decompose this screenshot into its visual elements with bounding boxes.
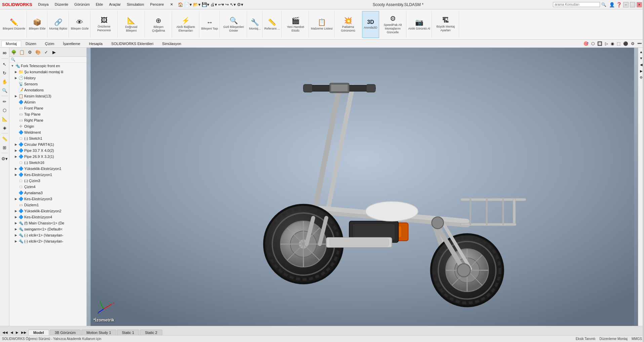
toggle-kes-ekstruzyon1[interactable]: ▶ xyxy=(13,173,18,176)
redo-icon[interactable]: ↪ xyxy=(225,2,229,7)
tree-item-aynalama3[interactable]: ▶ 🔷 Aynalama3 xyxy=(9,190,86,196)
sketch-tool-button[interactable]: ✏ xyxy=(1,97,9,105)
tree-item-front-plane[interactable]: ▶ ▭ Front Plane xyxy=(9,105,86,111)
toggle-pipe2[interactable]: ▶ xyxy=(13,155,18,158)
toggle-yukseklik2[interactable]: ▶ xyxy=(13,209,18,213)
toggle-main-chassis[interactable]: ▶ xyxy=(13,221,18,225)
tree-item-swingarm[interactable]: ▶ 🔩 swingarm<1> (Default< xyxy=(9,226,86,232)
toggle-pipe1[interactable]: ▶ xyxy=(13,149,18,152)
aninda3d-button[interactable]: 3D Anında3D xyxy=(362,11,379,38)
tree-item-elcik1[interactable]: ▶ 🔩 (-) elcik<1> (Varsayılan- xyxy=(9,232,86,238)
pan-tool-button[interactable]: ✋ xyxy=(1,78,9,86)
tab-solidworks-eklentileri[interactable]: SOLIDWORKS Eklentileri xyxy=(107,41,158,47)
feature-manager-button[interactable]: 🌳 xyxy=(10,48,17,56)
menu-pencere[interactable]: Pencere xyxy=(148,2,167,7)
tab-nav-last[interactable]: ▶▶ xyxy=(20,330,28,335)
tab-isaretleme[interactable]: İşaretleme xyxy=(58,41,84,47)
view-tool-2[interactable]: ⬡ xyxy=(590,41,596,46)
tree-item-alumin[interactable]: ▶ 🔷 Alümin xyxy=(9,99,86,105)
select-tool-button[interactable]: ↖ xyxy=(1,60,9,68)
view-tool-3[interactable]: 🔲 xyxy=(596,41,603,46)
measure-button[interactable]: 📏 xyxy=(1,135,9,143)
tree-item-main-chassis[interactable]: ▶ 🔩 (f) Main Chassis<1> (De xyxy=(9,220,86,226)
bottom-tab-model[interactable]: Model xyxy=(28,330,49,335)
tree-item-yukseklik2[interactable]: ▶ 🔷 Yükseklik-Ekstrüzyon2 xyxy=(9,208,86,214)
toggle-kes-ekstruzyon3[interactable]: ▶ xyxy=(13,197,18,201)
settings-button[interactable]: ⚙▾ xyxy=(1,155,9,163)
view-tool-4[interactable]: ▷ xyxy=(604,41,609,46)
pointer-icon[interactable]: ↖▾ xyxy=(230,2,236,7)
view-tool-6[interactable]: ⬚ xyxy=(616,41,621,46)
display-manager-button[interactable]: 🎨 xyxy=(34,48,42,56)
3d-viewport[interactable]: *İzometrik X Y Z xyxy=(87,48,638,326)
toggle-swingarm[interactable]: ▶ xyxy=(13,227,18,231)
toggle-history[interactable]: ▶ xyxy=(13,76,18,80)
bileseni-gizle-button[interactable]: 👁 Bileşen Gizle xyxy=(70,11,90,38)
bottom-tab-motion-study-1[interactable]: Motion Study 1 xyxy=(81,330,116,335)
tree-item-kes-ekstruzyon3[interactable]: ▶ 🔷 Kes-Ekstrüzyon3 xyxy=(9,196,86,202)
menu-close-x[interactable]: ✕ xyxy=(167,2,176,7)
bottom-tab-static-1[interactable]: Static 1 xyxy=(117,330,139,335)
tab-nav-prev[interactable]: ◀ xyxy=(9,330,14,335)
tree-item-root[interactable]: ▼ 🔩 Fork Telescopic front en xyxy=(9,63,86,69)
bileseni-cogalt-button[interactable]: ⊕ Bileşen Çoğaltma xyxy=(146,11,172,38)
tree-item-elcik2[interactable]: ▶ 🔩 (-) elcik<2> (Varsayılan- xyxy=(9,238,86,244)
tab-nav-next[interactable]: ▶ xyxy=(15,330,19,335)
tree-toggle-root[interactable]: ▼ xyxy=(10,64,15,68)
montaj-iliskisi-button[interactable]: 🔗 Montaj İlişkisi xyxy=(48,11,69,38)
tree-item-yukseklik1[interactable]: ▶ 🔷 Yükseklik-Ekstrüzyon1 xyxy=(9,166,86,172)
tree-item-duzlem1[interactable]: ▶ ▭ Düzlem1 xyxy=(9,202,86,208)
surface-button[interactable]: ◈ xyxy=(1,124,9,132)
search-icon[interactable]: 🔍 xyxy=(601,2,606,7)
3d-mode-button[interactable]: 3D xyxy=(1,49,9,57)
tree-item-kesim-listesi[interactable]: ▶ 📋 Kesim listesi(13) xyxy=(9,93,86,99)
tree-item-origin[interactable]: ▶ ✛ Origin xyxy=(9,123,86,129)
bileseni-ekle-button[interactable]: 📦 Bileşen Ekle xyxy=(28,11,47,38)
sidebar-search-input[interactable] xyxy=(16,58,85,62)
tree-item-su-konumdaki[interactable]: ▶ 📁 Şu konumdaki montaj ili xyxy=(9,69,86,75)
toggle-kes-ekstruzyon4[interactable]: ▶ xyxy=(13,215,18,219)
undo-icon[interactable]: ↩▾ xyxy=(218,2,224,7)
yeni-hareket-button[interactable]: 🎬 Yeni Hareket Etüdü xyxy=(282,11,309,38)
menu-gorunum[interactable]: Görünüm xyxy=(72,2,92,7)
tab-hesapla[interactable]: Hesapla xyxy=(85,41,107,47)
tree-item-circular-part4[interactable]: ▶ 🔷 Circular PART4(1) xyxy=(9,141,86,147)
anlik-goruntu-button[interactable]: 📷 Anlık Görüntü Al xyxy=(407,11,432,38)
print-icon[interactable]: 🖨▾ xyxy=(210,2,217,7)
view-tool-1[interactable]: 🎯 xyxy=(582,41,590,46)
tab-montaj[interactable]: Montaj xyxy=(1,41,21,47)
bileseni-duzenle-button[interactable]: ✏️ Bileşeni Düzenle xyxy=(1,11,27,38)
menu-dosya[interactable]: Dosya xyxy=(36,2,51,7)
tab-nav-first[interactable]: ◀◀ xyxy=(1,330,9,335)
tree-item-right-plane[interactable]: ▶ ▭ Right Plane xyxy=(9,117,86,123)
rotate-tool-button[interactable]: ↻ xyxy=(1,69,9,77)
home-icon[interactable]: 🏠 xyxy=(178,2,183,7)
onizleme-penceresi-button[interactable]: 🖼 Önizleme Penceresi xyxy=(91,11,118,38)
tree-item-history[interactable]: ▶ 🕐 History xyxy=(9,75,86,81)
open-icon[interactable]: 📂▾ xyxy=(193,2,201,7)
toggle-elcik2[interactable]: ▶ xyxy=(13,240,18,243)
bottom-tab-static-2[interactable]: Static 2 xyxy=(140,330,162,335)
tab-cizim[interactable]: Çizim xyxy=(41,41,59,47)
dogrusal-bileseni-button[interactable]: 📐 Doğrusal Bileşeni xyxy=(118,11,145,38)
referans-button[interactable]: 📏 Referans ... xyxy=(263,11,282,38)
tab-duzen[interactable]: Düzen xyxy=(21,41,41,47)
section-button[interactable]: ⊞ xyxy=(1,143,9,152)
view-tool-7[interactable]: ⚫ xyxy=(622,41,629,46)
menu-duzenle[interactable]: Düzenle xyxy=(52,2,71,7)
tree-item-kes-ekstruzyon4[interactable]: ▶ 🔷 Kes-Ekstrüzyon4 xyxy=(9,214,86,220)
view-tool-5[interactable]: ◉ xyxy=(610,41,615,46)
speedpak-button[interactable]: ⚙ SpeedPak Alt Montajlarını Güncelle xyxy=(380,11,406,38)
tree-item-top-plane[interactable]: ▶ ▭ Top Plane xyxy=(9,111,86,117)
tree-item-annotations[interactable]: ▶ 📝 Annotations xyxy=(9,87,86,93)
patlatma-gorunumu-button[interactable]: 💥 Patlatma Görünümü xyxy=(335,11,362,38)
markup-button[interactable]: ✓ xyxy=(42,48,50,56)
view-tool-9[interactable]: ••• xyxy=(636,41,643,46)
toggle-circular-part4[interactable]: ▶ xyxy=(13,143,18,146)
menu-ekle[interactable]: Ekle xyxy=(93,2,106,7)
feature-tool-button[interactable]: ⬡ xyxy=(1,106,9,114)
malzeme-listesi-button[interactable]: 📋 Malzeme Listesi xyxy=(310,11,334,38)
tree-item-weldment[interactable]: ▶ 🔷 Weldment xyxy=(9,129,86,135)
expand-sidebar-button[interactable]: ▶ xyxy=(50,48,58,56)
tree-item-cizim3[interactable]: ▶ □ (-) Çizim3 xyxy=(9,178,86,184)
